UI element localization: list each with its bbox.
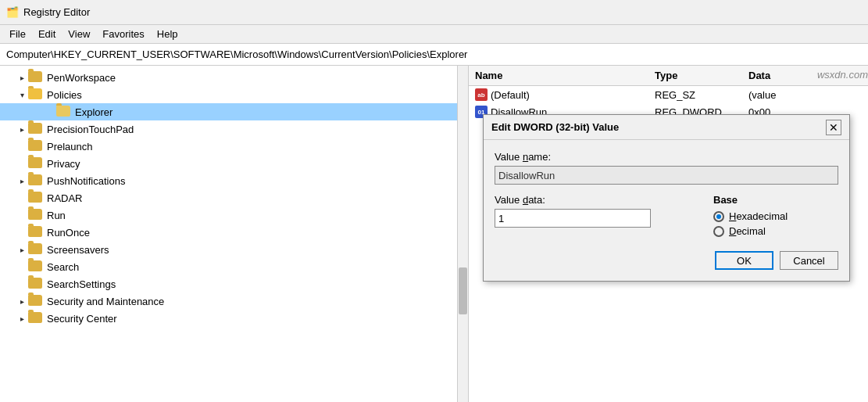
tree-label-run: Run <box>45 210 66 221</box>
tree-label-prelaunch: Prelaunch <box>45 141 93 153</box>
dialog-title-bar: Edit DWORD (32-bit) Value ✕ <box>484 115 849 140</box>
tree-label-pushnotifications: PushNotifications <box>45 175 125 187</box>
menu-bar: File Edit View Favorites Help <box>0 25 868 44</box>
folder-icon-privacy <box>28 157 42 170</box>
folder-icon-searchsettings <box>28 278 42 290</box>
tree-item-run[interactable]: ▸ Run <box>0 206 468 224</box>
folder-icon-security-center <box>28 312 42 325</box>
cancel-button[interactable]: Cancel <box>780 251 838 270</box>
tree-label-screensavers: Screensavers <box>45 244 109 256</box>
col-type: Type <box>648 68 742 83</box>
arrow-penworkspace <box>16 71 28 84</box>
tree-label-policies: Policies <box>45 89 82 101</box>
folder-icon-precisiontouchpad <box>28 123 42 135</box>
ok-button[interactable]: OK <box>715 251 773 270</box>
arrow-security-center <box>16 312 28 325</box>
arrow-security-maintenance <box>16 295 28 307</box>
reg-sz-icon: ab <box>475 88 488 101</box>
folder-icon-screensavers <box>28 243 42 256</box>
radio-dec-circle <box>713 226 724 237</box>
cell-default-name: ab (Default) <box>469 88 648 102</box>
folder-icon-runonce <box>28 226 42 239</box>
tree-label-penworkspace: PenWorkspace <box>45 72 116 84</box>
tree-label-precisiontouchpad: PrecisionTouchPad <box>45 124 134 135</box>
tree-item-security-center[interactable]: Security Center <box>0 310 468 327</box>
address-path: Computer\HKEY_CURRENT_USER\SOFTWARE\Micr… <box>6 48 467 60</box>
tree-item-penworkspace[interactable]: PenWorkspace <box>0 69 468 86</box>
tree-item-prelaunch[interactable]: ▸ Prelaunch <box>0 138 468 155</box>
radio-dec-label: Decimal <box>729 225 766 237</box>
tree-item-pushnotifications[interactable]: PushNotifications <box>0 172 468 189</box>
tree-item-explorer[interactable]: Explorer <box>0 103 468 120</box>
dialog-data-row: Value data: Base Hexadecimal Decimal <box>495 194 838 240</box>
menu-help[interactable]: Help <box>151 27 184 41</box>
value-data-label: Value data: <box>495 194 704 206</box>
tree-scrollbar-thumb[interactable] <box>459 267 467 314</box>
arrow-pushnotifications <box>16 174 28 187</box>
tree-item-radar[interactable]: ▸ RADAR <box>0 189 468 206</box>
arrow-policies <box>16 88 28 101</box>
tree-item-screensavers[interactable]: Screensavers <box>0 241 468 258</box>
title-bar: 🗂️ Registry Editor <box>0 0 868 25</box>
app-title: Registry Editor <box>23 6 90 18</box>
address-bar[interactable]: Computer\HKEY_CURRENT_USER\SOFTWARE\Micr… <box>0 44 868 66</box>
app-icon: 🗂️ <box>6 6 19 18</box>
dialog-title: Edit DWORD (32-bit) Value <box>491 121 619 133</box>
values-header: Name Type Data <box>469 66 868 86</box>
radio-hexadecimal[interactable]: Hexadecimal <box>713 210 838 222</box>
base-group: Base Hexadecimal Decimal <box>713 194 838 240</box>
folder-icon-radar <box>28 192 42 204</box>
tree-label-security-center: Security Center <box>45 313 117 325</box>
arrow-precisiontouchpad <box>16 123 28 135</box>
radio-hex-circle <box>713 211 724 222</box>
menu-favorites[interactable]: Favorites <box>96 27 150 41</box>
edit-dword-dialog: Edit DWORD (32-bit) Value ✕ Value name: … <box>483 114 850 282</box>
wsxdn-watermark: wsxdn.com <box>817 69 868 81</box>
tree-item-policies[interactable]: Policies <box>0 86 468 103</box>
tree-scrollbar[interactable] <box>457 66 468 402</box>
col-name: Name <box>469 68 648 83</box>
tree-label-security-maintenance: Security and Maintenance <box>45 296 164 307</box>
menu-file[interactable]: File <box>3 27 32 41</box>
value-data-field: Value data: <box>495 194 704 240</box>
value-name-label: Value name: <box>495 151 838 163</box>
cell-default-type: REG_SZ <box>648 88 742 102</box>
tree-item-precisiontouchpad[interactable]: PrecisionTouchPad <box>0 120 468 138</box>
value-data-input[interactable] <box>495 209 651 228</box>
tree-label-radar: RADAR <box>45 192 83 204</box>
folder-icon-security-maintenance <box>28 295 42 307</box>
menu-view[interactable]: View <box>62 27 96 41</box>
main-layout: PenWorkspace Policies Explorer <box>0 66 868 402</box>
tree-panel: PenWorkspace Policies Explorer <box>0 66 469 402</box>
tree-item-searchsettings[interactable]: ▸ SearchSettings <box>0 275 468 293</box>
folder-icon-search <box>28 260 42 273</box>
folder-icon-policies <box>28 88 42 101</box>
folder-icon-explorer <box>56 106 70 118</box>
menu-edit[interactable]: Edit <box>32 27 62 41</box>
tree-item-security-maintenance[interactable]: Security and Maintenance <box>0 293 468 310</box>
base-group-title: Base <box>713 194 838 206</box>
cell-default-data: (value <box>742 88 868 102</box>
folder-icon-penworkspace <box>28 71 42 84</box>
dialog-close-button[interactable]: ✕ <box>826 120 841 135</box>
tree-item-privacy[interactable]: ▸ Privacy <box>0 155 468 172</box>
tree-item-search[interactable]: ▸ Search <box>0 258 468 275</box>
folder-icon-pushnotifications <box>28 174 42 187</box>
tree-content: PenWorkspace Policies Explorer <box>0 66 468 402</box>
dialog-footer: OK Cancel <box>484 248 849 281</box>
tree-label-searchsettings: SearchSettings <box>45 278 116 290</box>
tree-label-privacy: Privacy <box>45 158 80 170</box>
folder-icon-prelaunch <box>28 140 42 153</box>
tree-item-runonce[interactable]: ▸ RunOnce <box>0 224 468 241</box>
value-name-field: Value name: <box>495 151 838 185</box>
arrow-screensavers <box>16 243 28 256</box>
radio-decimal[interactable]: Decimal <box>713 225 838 237</box>
dialog-body: Value name: Value data: Base Hexadecimal <box>484 140 849 248</box>
value-name-input[interactable] <box>495 166 838 185</box>
tree-label-runonce: RunOnce <box>45 227 90 239</box>
tree-label-explorer: Explorer <box>73 106 113 118</box>
tree-label-search: Search <box>45 261 79 273</box>
value-row-default[interactable]: ab (Default) REG_SZ (value <box>469 86 868 103</box>
folder-icon-run <box>28 209 42 221</box>
radio-hex-label: Hexadecimal <box>729 210 788 222</box>
